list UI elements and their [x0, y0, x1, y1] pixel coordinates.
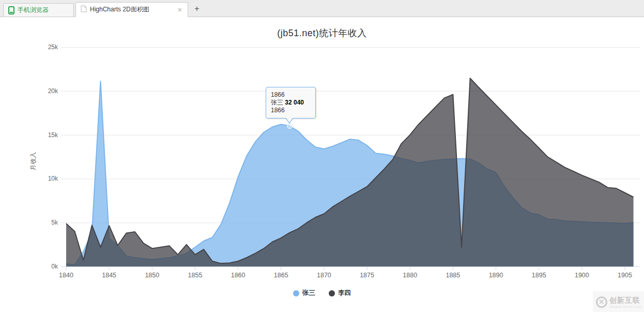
x-axis-label: 1840	[59, 272, 73, 279]
x-axis-label: 1885	[446, 272, 460, 279]
tooltip-body: 张三 32 040	[271, 99, 311, 107]
tab-highcharts-area[interactable]: HighCharts 2D面积图 ×	[75, 2, 188, 17]
y-axis-label: 20k	[48, 87, 58, 95]
x-axis-label: 1845	[102, 272, 116, 279]
watermark-logo-icon: ✕	[596, 296, 607, 308]
legend-item-series-0[interactable]: 张三	[293, 289, 315, 298]
x-axis-label: 1880	[403, 272, 417, 279]
phone-icon	[8, 6, 14, 14]
chart-container: (jb51.net)统计年收入 月收入 0k5k10k15k20k25k1840…	[0, 17, 644, 312]
tooltip-footer: 1866	[271, 107, 311, 114]
watermark-subtext: CHUANG XIN HU LIAN	[609, 305, 641, 308]
watermark: ✕ 创新互联 CHUANG XIN HU LIAN	[593, 291, 644, 312]
close-tab-icon[interactable]: ×	[177, 6, 183, 13]
y-axis-label: 5k	[51, 219, 58, 226]
y-axis-label: 25k	[48, 43, 58, 51]
tooltip-series-name: 张三	[271, 99, 283, 106]
x-axis-label: 1900	[575, 272, 589, 279]
x-axis-label: 1870	[317, 272, 331, 279]
legend-label: 张三	[302, 289, 315, 298]
legend-marker-icon	[329, 290, 335, 296]
tooltip-header: 1866	[271, 91, 311, 99]
legend-marker-icon	[293, 290, 299, 296]
x-axis-label: 1895	[532, 272, 546, 279]
x-axis-label: 1890	[489, 272, 503, 279]
chart-plot-area[interactable]: 0k5k10k15k20k25k184018451850185518601865…	[0, 17, 644, 312]
y-axis-label: 0k	[51, 263, 58, 270]
x-axis-label: 1860	[231, 272, 246, 279]
tab-label: 手机浏览器	[18, 6, 49, 14]
x-axis-label: 1875	[360, 272, 374, 279]
page-icon	[81, 5, 87, 14]
legend: 张三 李四	[0, 289, 644, 298]
legend-label: 李四	[338, 289, 351, 298]
tab-mobile-browser[interactable]: 手机浏览器	[3, 3, 74, 17]
x-axis-label: 1855	[188, 272, 203, 279]
browser-tab-bar: 手机浏览器 HighCharts 2D面积图 × +	[0, 0, 644, 17]
tooltip-value: 32 040	[285, 99, 304, 106]
x-axis-label: 1905	[618, 272, 632, 279]
data-point-marker[interactable]	[287, 124, 292, 128]
new-tab-button[interactable]: +	[192, 5, 202, 14]
legend-item-series-1[interactable]: 李四	[329, 289, 351, 298]
watermark-text: 创新互联	[609, 296, 641, 305]
y-axis-label: 15k	[48, 131, 58, 139]
tab-label: HighCharts 2D面积图	[90, 5, 149, 14]
tooltip: 1866 张三 32 040 1866	[266, 87, 316, 118]
y-axis-label: 10k	[48, 175, 58, 182]
x-axis-label: 1865	[274, 272, 288, 279]
x-axis-label: 1850	[145, 272, 159, 279]
